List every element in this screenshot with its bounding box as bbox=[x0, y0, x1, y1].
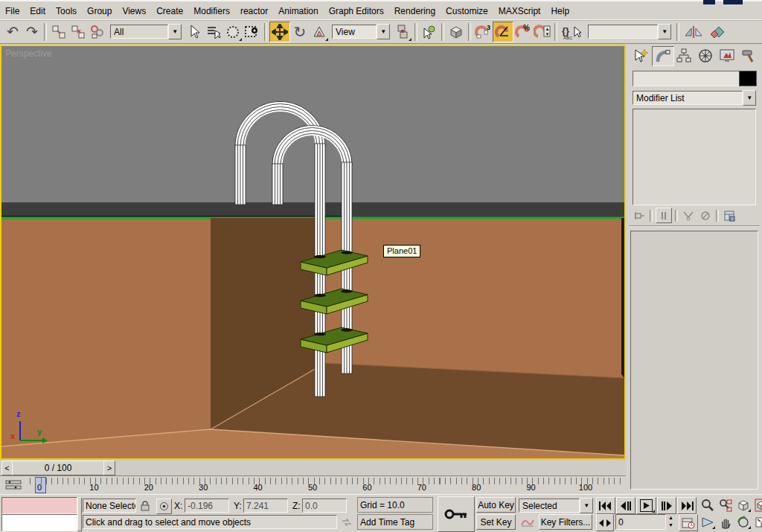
modifier-stack-list[interactable] bbox=[633, 109, 756, 205]
menu-item[interactable]: File bbox=[0, 6, 25, 16]
tab-utilities[interactable] bbox=[738, 46, 759, 65]
keyboard-override-icon[interactable] bbox=[446, 22, 466, 42]
add-time-tag[interactable]: Add Time Tag bbox=[357, 514, 433, 530]
redo-icon[interactable]: ↷ bbox=[22, 22, 42, 42]
time-configuration-icon[interactable] bbox=[679, 514, 698, 531]
menu-item[interactable]: Views bbox=[117, 6, 151, 16]
menu-item[interactable]: reactor bbox=[235, 6, 273, 16]
select-and-link-icon[interactable] bbox=[49, 22, 68, 42]
selection-region-icon[interactable] bbox=[223, 22, 243, 42]
plank-steps[interactable] bbox=[301, 250, 368, 353]
x-coordinate-field[interactable]: -0.196 bbox=[185, 499, 229, 513]
menu-item[interactable]: Animation bbox=[273, 6, 323, 16]
percent-snap-icon[interactable]: % bbox=[513, 22, 533, 42]
menu-item[interactable]: Modifiers bbox=[188, 6, 235, 16]
configure-modifier-sets-icon[interactable] bbox=[722, 208, 737, 222]
key-mode-toggle-icon[interactable] bbox=[596, 514, 614, 531]
select-and-scale-icon[interactable] bbox=[310, 22, 329, 42]
align-icon[interactable] bbox=[705, 22, 729, 42]
window-crossing-icon[interactable] bbox=[243, 22, 262, 42]
time-slider-prev-button[interactable]: < bbox=[1, 461, 13, 475]
menu-item[interactable]: Create bbox=[151, 6, 188, 16]
tab-create[interactable] bbox=[630, 46, 651, 65]
maxscript-listener-white[interactable] bbox=[1, 514, 77, 531]
tab-hierarchy[interactable] bbox=[673, 46, 694, 65]
frame-spinner[interactable]: ▲▼ bbox=[666, 514, 676, 530]
object-name-field[interactable] bbox=[633, 71, 741, 86]
track-bar[interactable]: 0102030405060708090100 bbox=[0, 476, 626, 496]
arc-rotate-icon[interactable] bbox=[735, 514, 752, 530]
selection-lock-icon[interactable] bbox=[138, 499, 152, 513]
pan-hand-icon[interactable] bbox=[717, 514, 734, 530]
tab-modify[interactable] bbox=[652, 46, 674, 66]
menu-item[interactable]: Edit bbox=[25, 6, 51, 16]
chevron-down-icon[interactable]: ▼ bbox=[743, 90, 756, 106]
auto-key-button[interactable]: Auto Key bbox=[476, 497, 516, 513]
next-frame-button[interactable] bbox=[657, 497, 676, 514]
set-keys-button[interactable] bbox=[438, 496, 475, 532]
key-mode-dropdown[interactable]: Selected ▼ bbox=[519, 498, 593, 513]
zoom-extents-icon[interactable] bbox=[735, 497, 752, 513]
modifier-list-dropdown[interactable]: Modifier List ▼ bbox=[633, 90, 756, 106]
snaps-toggle-icon[interactable]: 3 bbox=[473, 22, 493, 42]
select-and-rotate-icon[interactable]: ↻ bbox=[290, 22, 310, 42]
previous-frame-button[interactable] bbox=[616, 497, 635, 514]
zoom-extents-all-icon[interactable] bbox=[753, 497, 762, 513]
bind-to-space-warp-icon[interactable] bbox=[88, 22, 107, 42]
play-button[interactable] bbox=[636, 497, 656, 514]
key-filters-button[interactable]: Key Filters... bbox=[539, 514, 592, 530]
field-of-view-icon[interactable] bbox=[699, 514, 716, 530]
communicator-icon[interactable] bbox=[339, 515, 354, 529]
go-to-end-button[interactable] bbox=[677, 497, 697, 514]
pin-stack-icon[interactable] bbox=[632, 208, 647, 222]
chevron-down-icon[interactable]: ▼ bbox=[580, 498, 593, 513]
select-by-name-icon[interactable] bbox=[204, 22, 223, 42]
maxscript-listener-pink[interactable] bbox=[1, 497, 77, 514]
selection-filter-dropdown[interactable]: All ▼ bbox=[110, 24, 182, 39]
use-center-icon[interactable] bbox=[393, 22, 412, 42]
default-tangent-icon[interactable] bbox=[519, 514, 537, 530]
perspective-viewport[interactable]: Perspective Plane01 z x y bbox=[0, 45, 626, 460]
set-key-button[interactable]: Set Key bbox=[476, 514, 516, 530]
current-frame-field[interactable]: 0 bbox=[615, 514, 666, 530]
menu-item[interactable]: MAXScript bbox=[493, 6, 546, 16]
tab-motion[interactable] bbox=[695, 46, 716, 65]
tab-display[interactable] bbox=[717, 46, 737, 65]
menu-item[interactable]: Rendering bbox=[389, 6, 441, 16]
chevron-down-icon[interactable]: ▼ bbox=[168, 24, 182, 39]
zoom-icon[interactable] bbox=[699, 497, 716, 513]
named-selection-sets-icon[interactable]: {}ABC bbox=[560, 22, 585, 42]
chevron-down-icon[interactable]: ▼ bbox=[658, 24, 671, 39]
min-max-toggle-icon[interactable] bbox=[753, 514, 762, 530]
z-coordinate-field[interactable]: 0.0 bbox=[302, 499, 347, 513]
unlink-selection-icon[interactable] bbox=[68, 22, 88, 42]
go-to-start-button[interactable] bbox=[596, 497, 615, 514]
menu-item[interactable]: Group bbox=[82, 6, 117, 16]
select-and-move-icon[interactable] bbox=[269, 22, 290, 42]
select-object-icon[interactable] bbox=[185, 22, 204, 42]
named-selection-dropdown[interactable]: ▼ bbox=[588, 24, 671, 39]
viewport-label[interactable]: Perspective bbox=[5, 48, 52, 59]
menu-item[interactable]: Graph Editors bbox=[324, 6, 389, 16]
time-slider-handle[interactable]: 0 / 100 bbox=[12, 461, 104, 475]
mirror-icon[interactable] bbox=[682, 22, 705, 42]
undo-icon[interactable]: ↶ bbox=[3, 22, 22, 42]
menu-item[interactable]: Customize bbox=[441, 6, 493, 16]
absolute-offset-toggle-icon[interactable] bbox=[156, 499, 172, 514]
remove-modifier-icon[interactable] bbox=[698, 208, 713, 222]
y-coordinate-field[interactable]: 7.241 bbox=[243, 499, 288, 513]
time-slider-next-button[interactable]: > bbox=[103, 461, 115, 475]
listener-splitter[interactable] bbox=[77, 497, 82, 531]
object-color-swatch[interactable] bbox=[739, 71, 757, 86]
menu-item[interactable]: Help bbox=[545, 6, 574, 16]
select-and-manipulate-icon[interactable] bbox=[420, 22, 439, 42]
make-unique-icon[interactable] bbox=[681, 208, 696, 222]
rollout-area[interactable] bbox=[630, 231, 758, 490]
coordinate-system-dropdown[interactable]: View ▼ bbox=[332, 24, 390, 39]
show-end-result-icon[interactable] bbox=[656, 208, 672, 223]
chevron-down-icon[interactable]: ▼ bbox=[377, 24, 390, 39]
menu-item[interactable]: Tools bbox=[51, 6, 82, 16]
spinner-snap-icon[interactable]: ▲▼ bbox=[533, 22, 552, 42]
zoom-all-icon[interactable] bbox=[717, 497, 734, 513]
angle-snap-icon[interactable] bbox=[493, 22, 513, 42]
